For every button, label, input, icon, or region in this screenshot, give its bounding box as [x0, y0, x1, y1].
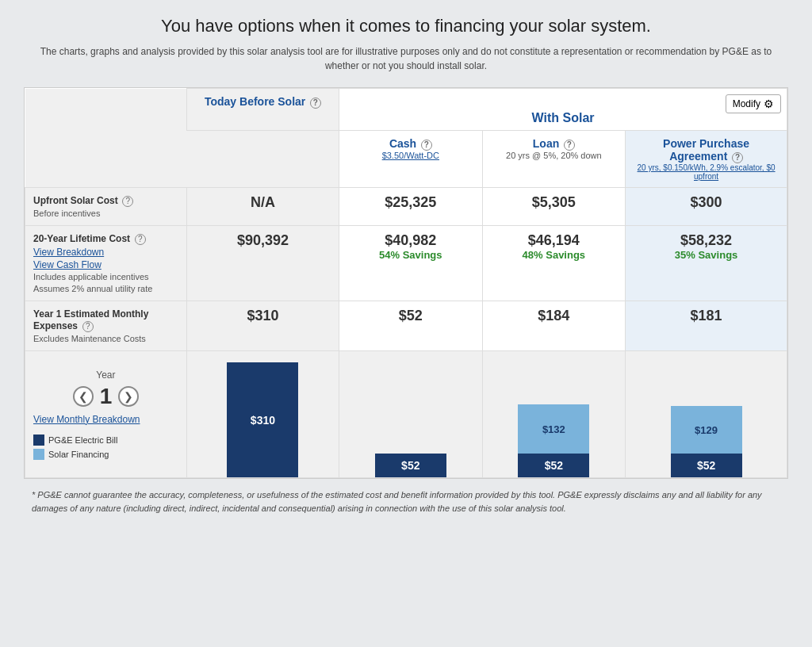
legend-dark-item: PG&E Electric Bill [33, 435, 178, 446]
comparison-table: Today Before Solar ? With Solar Cash ? $… [25, 88, 787, 478]
bar-ppa-light: $129 [671, 406, 742, 454]
legend-light-box [33, 449, 44, 460]
lifetime-cost-row: 20-Year Lifetime Cost ? View Breakdown V… [25, 226, 787, 301]
header-cash: Cash ? $3.50/Watt-DC [339, 131, 483, 188]
legend: PG&E Electric Bill Solar Financing [33, 435, 178, 460]
bar-loan-light-value: $132 [542, 423, 565, 435]
header-before-solar: Today Before Solar ? [186, 89, 339, 131]
upfront-cost-row: Upfront Solar Cost ? Before incentives N… [25, 188, 787, 226]
loan-label: Loan [533, 137, 559, 150]
year-forward-button[interactable]: ❯ [118, 386, 139, 407]
bar-before: $310 [186, 351, 339, 478]
lifetime-cash-savings: 54% Savings [379, 249, 442, 261]
upfront-label: Upfront Solar Cost [33, 195, 118, 206]
bar-cash-dark: $52 [375, 454, 446, 477]
bar-before-dark: $310 [227, 362, 298, 477]
lifetime-ppa: $58,232 35% Savings [626, 226, 787, 301]
lifetime-help[interactable]: ? [135, 234, 146, 245]
bar-cash: $52 [339, 351, 483, 478]
monthly-cash-value: $52 [399, 308, 423, 324]
before-solar-label: Today Before Solar [205, 95, 305, 108]
lifetime-ppa-value: $58,232 [680, 232, 732, 248]
bar-ppa: $129 $52 [626, 351, 787, 478]
lifetime-before-value: $90,392 [237, 232, 289, 248]
legend-light-label: Solar Financing [48, 450, 109, 459]
bar-loan-light: $132 [518, 404, 589, 454]
monthly-header-row: Year 1 Estimated Monthly Expenses ? Excl… [25, 301, 787, 351]
upfront-before: N/A [186, 188, 339, 226]
disclaimer-bottom: * PG&E cannot guarantee the accuracy, co… [24, 488, 788, 515]
bar-loan: $132 $52 [482, 351, 626, 478]
bar-loan-dark: $52 [518, 454, 589, 477]
upfront-help[interactable]: ? [122, 196, 133, 207]
bar-loan-dark-value: $52 [545, 459, 563, 472]
cash-sub[interactable]: $3.50/Watt-DC [347, 151, 474, 160]
bar-cash-container: $52 [339, 351, 482, 477]
upfront-before-value: N/A [251, 194, 275, 210]
page-title: You have options when it comes to financ… [161, 16, 651, 36]
loan-help[interactable]: ? [564, 140, 575, 151]
lifetime-loan-savings: 48% Savings [523, 249, 586, 261]
lifetime-note2: Assumes 2% annual utility rate [33, 284, 152, 293]
header-loan: Loan ? 20 yrs @ 5%, 20% down [482, 131, 626, 188]
view-cashflow-link[interactable]: View Cash Flow [33, 259, 178, 270]
monthly-cash: $52 [339, 301, 483, 351]
modify-label: Modify [733, 98, 760, 109]
year-number: 1 [100, 384, 113, 409]
lifetime-label-cell: 20-Year Lifetime Cost ? View Breakdown V… [25, 226, 187, 301]
with-solar-header: With Solar [339, 89, 787, 131]
upfront-ppa-value: $300 [691, 194, 722, 210]
monthly-ppa: $181 [626, 301, 787, 351]
lifetime-cash: $40,982 54% Savings [339, 226, 483, 301]
year-back-button[interactable]: ❮ [73, 386, 94, 407]
with-solar-label: With Solar [532, 111, 595, 124]
year-section: Year ❮ 1 ❯ View Monthly Breakdown PG&E E… [33, 369, 178, 460]
chart-row: Year ❮ 1 ❯ View Monthly Breakdown PG&E E… [25, 351, 787, 478]
disclaimer-top: The charts, graphs and analysis provided… [24, 44, 788, 73]
gear-icon: ⚙ [764, 98, 774, 110]
monthly-label-cell: Year 1 Estimated Monthly Expenses ? Excl… [25, 301, 187, 351]
bar-ppa-container: $129 $52 [626, 351, 787, 477]
before-solar-help[interactable]: ? [310, 98, 321, 109]
monthly-loan-value: $184 [538, 308, 569, 324]
bar-ppa-light-value: $129 [695, 424, 718, 436]
monthly-help[interactable]: ? [82, 321, 94, 332]
upfront-loan-value: $5,305 [532, 194, 576, 210]
upfront-cash-value: $25,325 [385, 194, 436, 210]
cash-help[interactable]: ? [421, 140, 432, 151]
monthly-sublabel: Excludes Maintenance Costs [33, 334, 146, 343]
upfront-ppa: $300 [626, 188, 787, 226]
upfront-cash: $25,325 [339, 188, 483, 226]
view-breakdown-link[interactable]: View Breakdown [33, 247, 178, 258]
lifetime-label: 20-Year Lifetime Cost [33, 233, 130, 244]
monthly-before: $310 [186, 301, 339, 351]
legend-dark-box [33, 435, 44, 446]
upfront-loan: $5,305 [482, 188, 626, 226]
legend-light-item: Solar Financing [33, 449, 178, 460]
bar-ppa-dark: $52 [671, 454, 742, 477]
header-ppa: Power Purchase Agreement ? 20 yrs, $0.15… [626, 131, 787, 188]
main-table: Modify ⚙ Today Before Solar ? With Solar… [24, 87, 788, 479]
cash-label: Cash [389, 137, 416, 150]
subheader-before-empty [186, 131, 339, 188]
monthly-ppa-value: $181 [691, 308, 722, 324]
bar-cash-dark-value: $52 [401, 459, 419, 472]
lifetime-loan: $46,194 48% Savings [482, 226, 626, 301]
ppa-sub[interactable]: 20 yrs, $0.150/kWh, 2.9% escalator, $0 u… [634, 163, 779, 181]
lifetime-before: $90,392 [186, 226, 339, 301]
view-monthly-link[interactable]: View Monthly Breakdown [33, 414, 178, 425]
year-control-cell: Year ❮ 1 ❯ View Monthly Breakdown PG&E E… [25, 351, 187, 478]
bar-before-container: $310 [187, 351, 339, 477]
legend-dark-label: PG&E Electric Bill [48, 435, 117, 445]
upfront-sublabel: Before incentives [33, 209, 100, 218]
bar-ppa-dark-value: $52 [697, 459, 715, 472]
upfront-label-cell: Upfront Solar Cost ? Before incentives [25, 188, 187, 226]
year-label: Year [33, 369, 178, 381]
year-nav: ❮ 1 ❯ [33, 384, 178, 409]
empty-header-cell [25, 89, 187, 131]
ppa-help[interactable]: ? [732, 152, 743, 163]
lifetime-cash-value: $40,982 [385, 232, 436, 248]
modify-button[interactable]: Modify ⚙ [726, 94, 781, 113]
monthly-before-value: $310 [247, 308, 278, 324]
loan-sub: 20 yrs @ 5%, 20% down [491, 151, 618, 160]
